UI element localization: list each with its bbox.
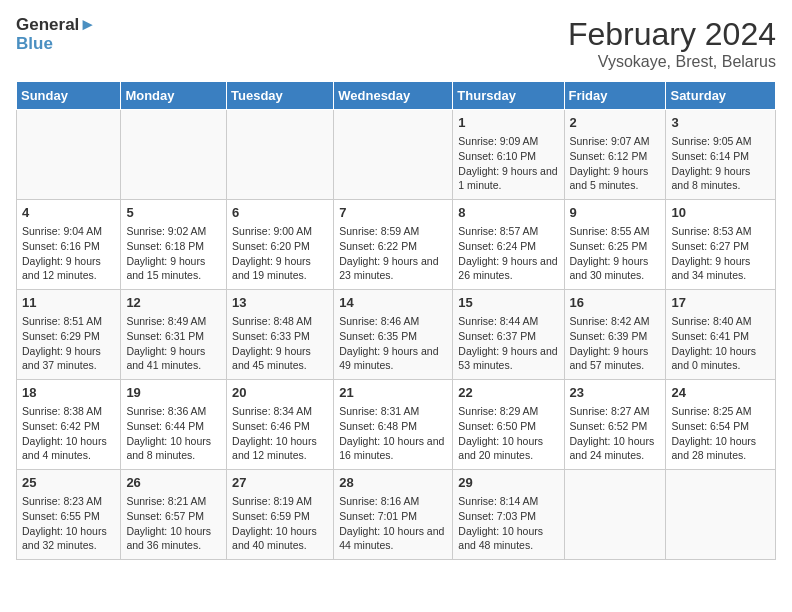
calendar-day-cell: 7Sunrise: 8:59 AMSunset: 6:22 PMDaylight…	[334, 200, 453, 290]
calendar-day-cell: 25Sunrise: 8:23 AMSunset: 6:55 PMDayligh…	[17, 470, 121, 560]
day-info: Sunrise: 8:36 AMSunset: 6:44 PMDaylight:…	[126, 404, 221, 463]
day-number: 28	[339, 474, 447, 492]
calendar-day-cell: 9Sunrise: 8:55 AMSunset: 6:25 PMDaylight…	[564, 200, 666, 290]
calendar-day-cell: 2Sunrise: 9:07 AMSunset: 6:12 PMDaylight…	[564, 110, 666, 200]
month-title: February 2024	[568, 16, 776, 53]
calendar-day-cell: 6Sunrise: 9:00 AMSunset: 6:20 PMDaylight…	[227, 200, 334, 290]
calendar-day-cell	[227, 110, 334, 200]
day-info: Sunrise: 8:38 AMSunset: 6:42 PMDaylight:…	[22, 404, 115, 463]
calendar-day-cell: 23Sunrise: 8:27 AMSunset: 6:52 PMDayligh…	[564, 380, 666, 470]
calendar-day-cell: 27Sunrise: 8:19 AMSunset: 6:59 PMDayligh…	[227, 470, 334, 560]
calendar-week-row: 4Sunrise: 9:04 AMSunset: 6:16 PMDaylight…	[17, 200, 776, 290]
day-number: 19	[126, 384, 221, 402]
calendar-day-cell: 26Sunrise: 8:21 AMSunset: 6:57 PMDayligh…	[121, 470, 227, 560]
day-number: 1	[458, 114, 558, 132]
title-block: February 2024 Vysokaye, Brest, Belarus	[568, 16, 776, 71]
day-number: 5	[126, 204, 221, 222]
calendar-day-cell: 3Sunrise: 9:05 AMSunset: 6:14 PMDaylight…	[666, 110, 776, 200]
day-info: Sunrise: 8:25 AMSunset: 6:54 PMDaylight:…	[671, 404, 770, 463]
day-info: Sunrise: 8:49 AMSunset: 6:31 PMDaylight:…	[126, 314, 221, 373]
day-number: 13	[232, 294, 328, 312]
day-info: Sunrise: 9:02 AMSunset: 6:18 PMDaylight:…	[126, 224, 221, 283]
day-info: Sunrise: 8:55 AMSunset: 6:25 PMDaylight:…	[570, 224, 661, 283]
day-info: Sunrise: 9:09 AMSunset: 6:10 PMDaylight:…	[458, 134, 558, 193]
day-number: 9	[570, 204, 661, 222]
calendar-day-cell: 18Sunrise: 8:38 AMSunset: 6:42 PMDayligh…	[17, 380, 121, 470]
day-info: Sunrise: 8:31 AMSunset: 6:48 PMDaylight:…	[339, 404, 447, 463]
day-info: Sunrise: 8:44 AMSunset: 6:37 PMDaylight:…	[458, 314, 558, 373]
day-number: 27	[232, 474, 328, 492]
day-info: Sunrise: 8:51 AMSunset: 6:29 PMDaylight:…	[22, 314, 115, 373]
day-info: Sunrise: 8:40 AMSunset: 6:41 PMDaylight:…	[671, 314, 770, 373]
calendar-day-cell: 10Sunrise: 8:53 AMSunset: 6:27 PMDayligh…	[666, 200, 776, 290]
day-number: 7	[339, 204, 447, 222]
header-tuesday: Tuesday	[227, 82, 334, 110]
calendar-day-cell: 8Sunrise: 8:57 AMSunset: 6:24 PMDaylight…	[453, 200, 564, 290]
day-number: 11	[22, 294, 115, 312]
calendar-week-row: 1Sunrise: 9:09 AMSunset: 6:10 PMDaylight…	[17, 110, 776, 200]
day-number: 2	[570, 114, 661, 132]
day-info: Sunrise: 8:27 AMSunset: 6:52 PMDaylight:…	[570, 404, 661, 463]
day-info: Sunrise: 9:04 AMSunset: 6:16 PMDaylight:…	[22, 224, 115, 283]
page-header: General► Blue February 2024 Vysokaye, Br…	[16, 16, 776, 71]
day-info: Sunrise: 8:21 AMSunset: 6:57 PMDaylight:…	[126, 494, 221, 553]
day-number: 12	[126, 294, 221, 312]
day-number: 8	[458, 204, 558, 222]
header-thursday: Thursday	[453, 82, 564, 110]
calendar-day-cell: 28Sunrise: 8:16 AMSunset: 7:01 PMDayligh…	[334, 470, 453, 560]
day-info: Sunrise: 8:14 AMSunset: 7:03 PMDaylight:…	[458, 494, 558, 553]
logo: General► Blue	[16, 16, 96, 53]
day-number: 23	[570, 384, 661, 402]
day-info: Sunrise: 8:59 AMSunset: 6:22 PMDaylight:…	[339, 224, 447, 283]
calendar-week-row: 11Sunrise: 8:51 AMSunset: 6:29 PMDayligh…	[17, 290, 776, 380]
day-number: 29	[458, 474, 558, 492]
calendar-day-cell: 29Sunrise: 8:14 AMSunset: 7:03 PMDayligh…	[453, 470, 564, 560]
calendar-day-cell: 4Sunrise: 9:04 AMSunset: 6:16 PMDaylight…	[17, 200, 121, 290]
calendar-table: SundayMondayTuesdayWednesdayThursdayFrid…	[16, 81, 776, 560]
day-number: 4	[22, 204, 115, 222]
calendar-day-cell: 24Sunrise: 8:25 AMSunset: 6:54 PMDayligh…	[666, 380, 776, 470]
calendar-day-cell: 16Sunrise: 8:42 AMSunset: 6:39 PMDayligh…	[564, 290, 666, 380]
day-info: Sunrise: 8:46 AMSunset: 6:35 PMDaylight:…	[339, 314, 447, 373]
day-info: Sunrise: 8:16 AMSunset: 7:01 PMDaylight:…	[339, 494, 447, 553]
calendar-day-cell: 19Sunrise: 8:36 AMSunset: 6:44 PMDayligh…	[121, 380, 227, 470]
day-info: Sunrise: 8:48 AMSunset: 6:33 PMDaylight:…	[232, 314, 328, 373]
day-info: Sunrise: 8:23 AMSunset: 6:55 PMDaylight:…	[22, 494, 115, 553]
day-info: Sunrise: 9:00 AMSunset: 6:20 PMDaylight:…	[232, 224, 328, 283]
day-info: Sunrise: 8:53 AMSunset: 6:27 PMDaylight:…	[671, 224, 770, 283]
day-number: 26	[126, 474, 221, 492]
calendar-day-cell: 20Sunrise: 8:34 AMSunset: 6:46 PMDayligh…	[227, 380, 334, 470]
calendar-day-cell	[121, 110, 227, 200]
day-number: 16	[570, 294, 661, 312]
day-number: 15	[458, 294, 558, 312]
header-sunday: Sunday	[17, 82, 121, 110]
location-subtitle: Vysokaye, Brest, Belarus	[568, 53, 776, 71]
day-number: 17	[671, 294, 770, 312]
day-info: Sunrise: 8:34 AMSunset: 6:46 PMDaylight:…	[232, 404, 328, 463]
day-info: Sunrise: 8:42 AMSunset: 6:39 PMDaylight:…	[570, 314, 661, 373]
header-monday: Monday	[121, 82, 227, 110]
header-friday: Friday	[564, 82, 666, 110]
calendar-day-cell: 15Sunrise: 8:44 AMSunset: 6:37 PMDayligh…	[453, 290, 564, 380]
calendar-day-cell: 17Sunrise: 8:40 AMSunset: 6:41 PMDayligh…	[666, 290, 776, 380]
day-number: 18	[22, 384, 115, 402]
header-saturday: Saturday	[666, 82, 776, 110]
calendar-week-row: 18Sunrise: 8:38 AMSunset: 6:42 PMDayligh…	[17, 380, 776, 470]
calendar-day-cell: 14Sunrise: 8:46 AMSunset: 6:35 PMDayligh…	[334, 290, 453, 380]
day-number: 22	[458, 384, 558, 402]
calendar-day-cell	[334, 110, 453, 200]
calendar-day-cell: 12Sunrise: 8:49 AMSunset: 6:31 PMDayligh…	[121, 290, 227, 380]
day-number: 6	[232, 204, 328, 222]
day-number: 14	[339, 294, 447, 312]
day-info: Sunrise: 9:07 AMSunset: 6:12 PMDaylight:…	[570, 134, 661, 193]
calendar-day-cell	[666, 470, 776, 560]
day-info: Sunrise: 9:05 AMSunset: 6:14 PMDaylight:…	[671, 134, 770, 193]
header-wednesday: Wednesday	[334, 82, 453, 110]
calendar-day-cell: 1Sunrise: 9:09 AMSunset: 6:10 PMDaylight…	[453, 110, 564, 200]
calendar-day-cell	[17, 110, 121, 200]
day-number: 3	[671, 114, 770, 132]
day-info: Sunrise: 8:57 AMSunset: 6:24 PMDaylight:…	[458, 224, 558, 283]
day-number: 25	[22, 474, 115, 492]
calendar-week-row: 25Sunrise: 8:23 AMSunset: 6:55 PMDayligh…	[17, 470, 776, 560]
day-number: 24	[671, 384, 770, 402]
